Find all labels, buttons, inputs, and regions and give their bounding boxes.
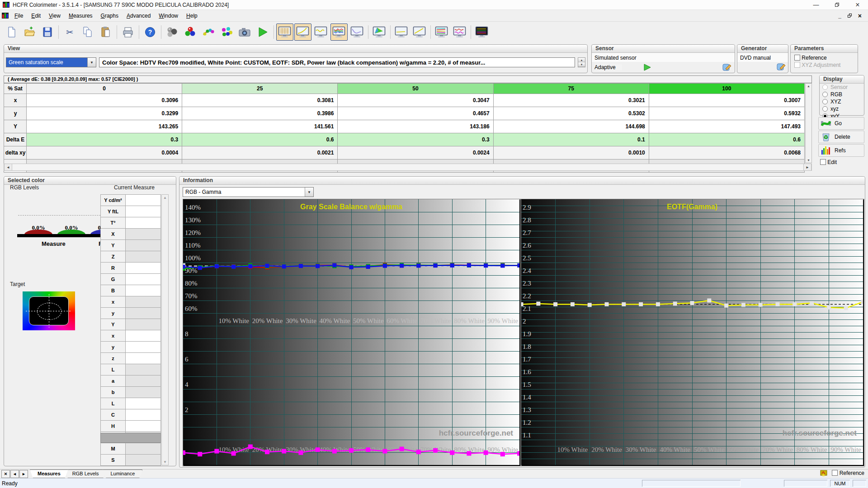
measure-cell[interactable]: 0.6 — [182, 133, 338, 146]
measure-cell[interactable]: 0.3299 — [27, 107, 182, 120]
mdi-restore-button[interactable] — [848, 14, 852, 18]
open-file-icon[interactable] — [21, 23, 38, 41]
display-option-xyz[interactable]: XYZ — [820, 98, 864, 105]
measure-cell[interactable]: 0.4657 — [338, 107, 493, 120]
statusbar-reference-checkbox[interactable] — [832, 470, 838, 476]
measure-primaries-icon[interactable] — [218, 23, 235, 41]
cm-row-value[interactable] — [126, 206, 161, 217]
menu-view[interactable]: View — [45, 11, 65, 21]
measure-cell[interactable]: 144.698 — [493, 120, 649, 133]
display-option-rgb[interactable]: RGB — [820, 91, 864, 98]
cm-row-value[interactable] — [126, 229, 161, 240]
cm-row-value[interactable] — [126, 296, 161, 308]
cm-row-value[interactable] — [126, 409, 161, 421]
scroll-down-icon[interactable]: ▼ — [163, 460, 167, 464]
cm-row-value[interactable] — [126, 274, 161, 285]
scroll-down-icon[interactable]: ▼ — [807, 159, 810, 162]
measure-cell[interactable]: 141.561 — [182, 120, 338, 133]
tab-next-button[interactable]: ► — [19, 470, 28, 478]
minimize-button[interactable]: — — [806, 0, 826, 9]
paste-icon[interactable] — [97, 23, 114, 41]
menu-window[interactable]: Window — [155, 11, 182, 21]
sensor-config-icon[interactable] — [164, 23, 181, 41]
view-gamma-icon[interactable] — [294, 23, 311, 41]
restore-button[interactable] — [826, 0, 847, 9]
cm-row-value[interactable] — [126, 240, 161, 251]
cm-row-value[interactable] — [126, 398, 161, 409]
sensor-config-icon[interactable] — [722, 63, 732, 72]
tab-close-button[interactable]: ✕ — [1, 470, 10, 478]
refs-button[interactable]: Refs — [818, 144, 864, 157]
menu-graphs[interactable]: Graphs — [97, 11, 123, 21]
mdi-close-button[interactable]: × — [858, 12, 862, 19]
scale-selector[interactable]: Green saturation scale ▼ — [6, 57, 96, 67]
menu-file[interactable]: File — [10, 11, 27, 21]
measures-horizontal-scrollbar[interactable]: ◄ ► — [4, 164, 812, 171]
spin-down-icon[interactable]: ▼ — [578, 62, 585, 67]
measure-cell[interactable]: 0.3986 — [182, 107, 338, 120]
measure-cell[interactable]: 0.3 — [27, 133, 182, 146]
menu-edit[interactable]: Edit — [27, 11, 45, 21]
measure-cell[interactable]: 143.265 — [27, 120, 182, 133]
measures-vertical-scrollbar[interactable]: ▲▼ — [805, 83, 812, 163]
view-multicolor-icon[interactable] — [433, 23, 450, 41]
chevron-down-icon[interactable]: ▼ — [305, 188, 313, 197]
view-satlum-icon[interactable] — [451, 23, 468, 41]
tab-rgb-levels[interactable]: RGB Levels — [65, 469, 107, 478]
view-gray-icon[interactable] — [411, 23, 428, 41]
cm-row-value[interactable] — [126, 217, 161, 229]
play-icon[interactable] — [643, 64, 652, 71]
scroll-up-icon[interactable]: ▲ — [807, 84, 810, 88]
cm-row-value[interactable] — [126, 364, 161, 375]
spin-up-icon[interactable]: ▲ — [578, 58, 585, 62]
measure-cell[interactable]: 147.493 — [649, 120, 804, 133]
cm-row-value[interactable] — [126, 443, 161, 455]
measure-cell[interactable]: 0.0068 — [649, 146, 804, 160]
cm-row-value[interactable] — [126, 285, 161, 296]
run-measures-icon[interactable] — [254, 23, 271, 41]
scroll-left-icon[interactable]: ◄ — [4, 164, 12, 171]
cm-row-value[interactable] — [126, 319, 161, 330]
view-rgb-levels-icon[interactable] — [330, 23, 348, 41]
chevron-down-icon[interactable]: ▼ — [87, 58, 96, 67]
cut-icon[interactable]: ✂ — [61, 23, 78, 41]
measure-cell[interactable]: 0.3096 — [27, 94, 182, 107]
measure-cell[interactable]: 0.5932 — [649, 107, 804, 120]
display-option-xyz[interactable]: xyz — [820, 105, 864, 113]
measure-cell[interactable]: 0.3081 — [182, 94, 338, 107]
go-button[interactable]: Go — [818, 117, 864, 130]
cm-row-value[interactable] — [126, 387, 161, 398]
measure-cell[interactable]: 0.5302 — [493, 107, 649, 120]
view-luminance-icon[interactable] — [349, 23, 366, 41]
measure-cell[interactable]: 0.0004 — [27, 146, 182, 160]
view-dark-icon[interactable] — [473, 23, 491, 41]
copy-icon[interactable] — [79, 23, 96, 41]
print-icon[interactable] — [119, 23, 137, 41]
measure-cell[interactable]: 0.3007 — [649, 94, 804, 107]
view-rgb-wave-icon[interactable] — [312, 23, 330, 41]
cm-row-value[interactable] — [126, 195, 161, 206]
snapshot-icon[interactable] — [236, 23, 253, 41]
measure-grayscale-icon[interactable] — [182, 23, 199, 41]
measure-cell[interactable]: 143.186 — [338, 120, 493, 133]
cm-row-value[interactable] — [126, 308, 161, 319]
measure-cell[interactable]: 0.3 — [338, 133, 493, 146]
tab-prev-button[interactable]: ◄ — [10, 470, 19, 478]
current-measure-scrollbar[interactable]: ▲▼ — [161, 194, 169, 465]
cm-row-value[interactable] — [126, 330, 161, 342]
menu-help[interactable]: Help — [182, 11, 202, 21]
info-spinner[interactable]: ▲▼ — [578, 57, 585, 67]
cm-row-value[interactable] — [126, 421, 161, 432]
cm-row-value[interactable] — [126, 455, 161, 466]
cm-row-value[interactable] — [126, 251, 161, 263]
cm-row-value[interactable] — [126, 342, 161, 353]
radio-icon[interactable] — [822, 106, 828, 112]
tab-measures[interactable]: Measures — [30, 469, 68, 478]
measure-cell[interactable]: 0.6 — [649, 133, 804, 146]
scroll-right-icon[interactable]: ► — [803, 164, 811, 171]
measure-saturations-icon[interactable] — [200, 23, 217, 41]
measure-cell[interactable]: 0.0024 — [338, 146, 493, 160]
mdi-minimize-button[interactable]: _ — [838, 13, 841, 19]
tab-luminance[interactable]: Luminance — [103, 469, 142, 478]
menu-measures[interactable]: Measures — [65, 11, 97, 21]
